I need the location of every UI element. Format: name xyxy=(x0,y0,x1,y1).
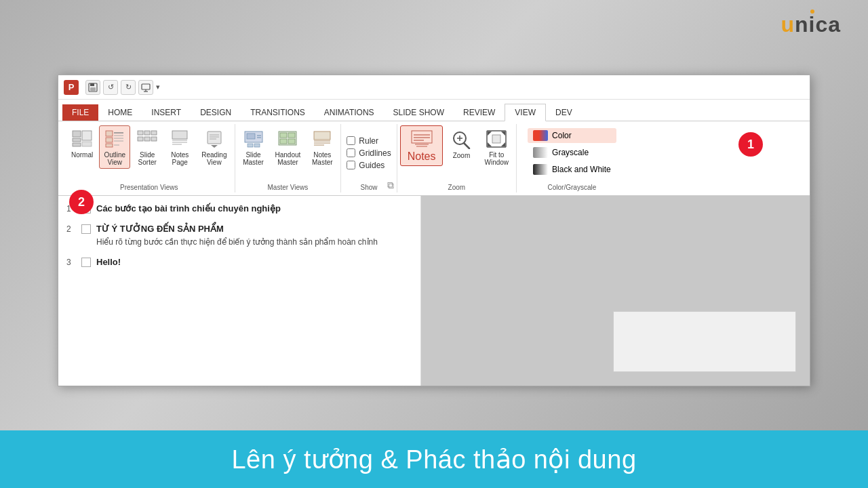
btn-notes-page[interactable]: NotesPage xyxy=(164,125,195,169)
notes-btn-label: Notes xyxy=(408,150,436,163)
slide-panel: 1 Các bước tạo bài trình chiếu chuyên ng… xyxy=(58,196,810,386)
tab-view[interactable]: VIEW xyxy=(505,104,546,121)
group-color-grayscale: Color Grayscale Black and White Color/Gr… xyxy=(517,124,627,192)
notes-page-icon xyxy=(169,128,191,150)
show-gridlines: Gridlines xyxy=(347,148,391,158)
presentation-views-buttons: Normal xyxy=(66,125,232,191)
bottom-banner: Lên ý tưởng & Phác thảo nội dung xyxy=(0,430,868,488)
tab-insert[interactable]: INSERT xyxy=(142,104,191,121)
outline-title-1: Các bước tạo bài trình chiếu chuyên nghi… xyxy=(96,203,281,214)
svg-marker-61 xyxy=(501,131,505,136)
ruler-label: Ruler xyxy=(359,136,378,146)
present-button[interactable] xyxy=(138,80,153,95)
show-ruler: Ruler xyxy=(347,136,391,146)
svg-marker-63 xyxy=(501,142,505,146)
grayscale-swatch xyxy=(533,147,548,158)
black-white-label: Black and White xyxy=(552,165,611,174)
outline-panel: 1 Các bước tạo bài trình chiếu chuyên ng… xyxy=(58,196,421,386)
btn-grayscale[interactable]: Grayscale xyxy=(528,145,616,160)
btn-slide-sorter[interactable]: SlideSorter xyxy=(132,125,163,169)
btn-black-white[interactable]: Black and White xyxy=(528,162,616,177)
notes-master-icon xyxy=(311,128,333,150)
gridlines-checkbox[interactable] xyxy=(347,148,355,157)
svg-rect-19 xyxy=(138,131,143,135)
outline-checkbox-3[interactable] xyxy=(81,258,91,267)
redo-button[interactable]: ↻ xyxy=(121,80,136,95)
svg-rect-42 xyxy=(288,133,295,138)
presentation-views-label: Presentation Views xyxy=(120,184,178,191)
color-label: Color xyxy=(552,131,572,140)
color-swatch xyxy=(533,130,548,141)
tab-file[interactable]: FILE xyxy=(62,104,98,121)
grayscale-label: Grayscale xyxy=(552,148,589,157)
tab-dev[interactable]: DEV xyxy=(546,104,582,121)
btn-notes[interactable]: Notes xyxy=(400,125,443,166)
notes-page-label: NotesPage xyxy=(171,151,189,166)
btn-handout-master[interactable]: HandoutMaster xyxy=(271,125,306,169)
outline-title-3: Hello! xyxy=(96,257,121,267)
save-button[interactable] xyxy=(85,80,100,95)
guides-checkbox[interactable] xyxy=(347,161,355,169)
fit-window-label: Fit toWindow xyxy=(484,151,509,166)
ruler-checkbox[interactable] xyxy=(347,136,355,145)
show-guides: Guides xyxy=(347,161,391,170)
svg-rect-38 xyxy=(248,144,253,147)
zoom-label: Zoom xyxy=(453,152,471,159)
outline-sub-2: Hiểu rõ từng bước cần thực hiện để biến … xyxy=(96,237,412,248)
bottom-banner-text: Lên ý tưởng & Phác thảo nội dung xyxy=(231,445,636,474)
tab-home[interactable]: HOME xyxy=(98,104,142,121)
fit-window-icon xyxy=(486,128,507,150)
svg-rect-41 xyxy=(280,133,287,138)
show-expand-arrow[interactable]: ⧉ xyxy=(387,180,394,191)
svg-rect-6 xyxy=(73,131,81,137)
quick-access-dropdown[interactable]: ▾ xyxy=(156,83,160,92)
svg-marker-60 xyxy=(488,131,492,136)
btn-outline-view[interactable]: OutlineView xyxy=(99,125,130,169)
handout-master-label: HandoutMaster xyxy=(275,151,301,166)
btn-slide-master[interactable]: SlideMaster xyxy=(238,125,269,169)
svg-rect-17 xyxy=(106,144,113,147)
tab-transitions[interactable]: TRANSITIONS xyxy=(241,104,315,121)
normal-label: Normal xyxy=(71,151,93,159)
svg-rect-15 xyxy=(106,138,113,142)
gridlines-label: Gridlines xyxy=(359,148,391,158)
outline-item-2: 2 TỪ Ý TƯỞNG ĐẾN SẢN PHẨM Hiểu rõ từng b… xyxy=(66,223,412,248)
group-master-views: SlideMaster HandoutMaster xyxy=(235,124,342,192)
zoom-icon xyxy=(450,129,472,150)
tab-review[interactable]: REVIEW xyxy=(454,104,505,121)
svg-rect-10 xyxy=(82,142,92,146)
bw-swatch xyxy=(533,164,548,175)
unica-logo: unica xyxy=(781,12,841,37)
handout-master-icon xyxy=(277,128,298,150)
color-options: Color Grayscale Black and White xyxy=(522,125,622,191)
svg-rect-24 xyxy=(151,137,157,141)
svg-rect-64 xyxy=(492,135,500,143)
outline-item-3: 3 Hello! xyxy=(66,256,412,268)
btn-zoom[interactable]: Zoom xyxy=(444,125,478,163)
title-bar: P ↺ ↻ ▾ xyxy=(58,75,810,100)
tab-design[interactable]: DESIGN xyxy=(191,104,241,121)
btn-normal[interactable]: Normal xyxy=(66,125,98,161)
btn-reading-view[interactable]: ReadingView xyxy=(197,125,231,169)
btn-color[interactable]: Color xyxy=(528,128,616,143)
normal-icon xyxy=(71,128,93,150)
ribbon-tabs: FILE HOME INSERT DESIGN TRANSITIONS ANIM… xyxy=(58,100,810,121)
slide-sorter-icon xyxy=(136,128,158,150)
undo-button[interactable]: ↺ xyxy=(103,80,118,95)
slide-master-label: SlideMaster xyxy=(243,151,264,166)
svg-rect-20 xyxy=(144,131,150,135)
svg-line-56 xyxy=(464,143,469,148)
tab-slideshow[interactable]: SLIDE SHOW xyxy=(384,104,454,121)
tab-animations[interactable]: ANIMATIONS xyxy=(315,104,384,121)
color-grayscale-label: Color/Grayscale xyxy=(548,184,597,191)
btn-fit-to-window[interactable]: Fit toWindow xyxy=(479,125,513,169)
btn-notes-master[interactable]: NotesMaster xyxy=(307,125,338,169)
outline-checkbox-2[interactable] xyxy=(81,224,91,234)
outline-item-1: 1 Các bước tạo bài trình chiếu chuyên ng… xyxy=(66,203,412,215)
svg-rect-7 xyxy=(82,131,92,140)
group-zoom: Notes Zoom xyxy=(397,124,517,192)
zoom-label-group: Zoom xyxy=(448,184,466,191)
notes-icon xyxy=(410,129,434,150)
outline-num-2: 2 xyxy=(66,224,76,234)
reading-view-label: ReadingView xyxy=(201,151,226,166)
